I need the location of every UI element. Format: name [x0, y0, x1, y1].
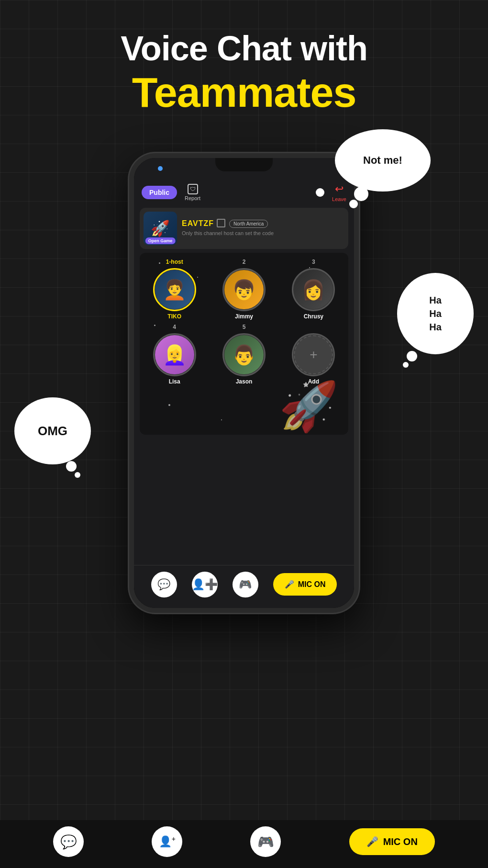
- participant-name-tiko: TIKO: [167, 313, 181, 320]
- participant-slot-2: 2 👦 Jimmy: [211, 259, 277, 320]
- mic-icon: 🎤: [285, 580, 294, 589]
- leave-button[interactable]: ↩ Leave: [332, 183, 346, 202]
- avatar-tiko[interactable]: 🧑‍🦱: [153, 268, 196, 311]
- participant-slot-3: 3 👩 Chrusy: [281, 259, 346, 320]
- participants-grid: 1-host 🧑‍🦱 TIKO 2 👦: [142, 259, 346, 385]
- speech-bubble-haha: HaHaHa: [397, 273, 474, 354]
- status-indicator: [158, 166, 163, 171]
- mic-on-button[interactable]: 🎤 MIC ON: [273, 573, 337, 596]
- slot-number-4: 4: [173, 324, 176, 331]
- participant-slot-1: 1-host 🧑‍🦱 TIKO: [142, 259, 207, 320]
- nav-add-friend-button[interactable]: 👤+: [152, 826, 182, 857]
- participant-name-jimmy: Jimmy: [235, 313, 253, 320]
- nav-chat-button[interactable]: 💬: [53, 826, 84, 857]
- avatar-lisa[interactable]: 👱‍♀️: [153, 333, 196, 376]
- mic-label: MIC ON: [298, 580, 326, 589]
- speech-bubble-not-me: Not me!: [335, 129, 431, 192]
- avatar-image-lisa: 👱‍♀️: [155, 335, 194, 374]
- phone-frame: Public 🛡 Report ↩ Leave 🚀 Open Game: [129, 153, 359, 613]
- game-description: Only this channel host can set the code: [182, 230, 344, 237]
- add-label: Add: [308, 378, 319, 385]
- phone-screen: Public 🛡 Report ↩ Leave 🚀 Open Game: [134, 158, 354, 608]
- avatar-image-tiko: 🧑‍🦱: [155, 270, 194, 309]
- bottom-nav: 💬 👤+ 🎮 🎤 MIC ON: [0, 820, 488, 868]
- avatar-image-jimmy: 👦: [224, 270, 264, 309]
- star-decoration: [168, 404, 170, 406]
- phone-notch: [215, 158, 273, 171]
- phone-body: Public 🛡 Report ↩ Leave 🚀 Open Game: [129, 153, 359, 613]
- participant-name-lisa: Lisa: [169, 378, 180, 385]
- avatar-chrusy[interactable]: 👩: [292, 268, 335, 311]
- background-rocket: 🚀: [279, 378, 339, 435]
- game-rocket-icon: 🚀: [151, 219, 170, 237]
- leave-icon: ↩: [335, 183, 344, 195]
- phone-bottom-toolbar: 💬 👤➕ 🎮 🎤 MIC ON: [134, 565, 354, 608]
- settings-button[interactable]: 🎮: [233, 572, 258, 597]
- report-button[interactable]: 🛡 Report: [185, 184, 200, 201]
- participant-slot-4: 4 👱‍♀️ Lisa: [142, 324, 207, 385]
- participants-area: 🚀 1-host 🧑‍🦱 TIKO 2: [140, 253, 348, 435]
- speech-bubble-omg: OMG: [14, 397, 91, 464]
- hero-title-line1: Voice Chat with: [0, 29, 488, 68]
- region-badge: North America: [229, 220, 268, 228]
- game-info: EAVTZF North America Only this channel h…: [182, 219, 344, 237]
- add-circle: +: [294, 335, 333, 374]
- avatar-jimmy[interactable]: 👦: [222, 268, 266, 311]
- slot-number-2: 2: [243, 259, 246, 266]
- top-bar: Public 🛡 Report ↩ Leave: [134, 179, 354, 206]
- copy-icon[interactable]: [218, 220, 225, 227]
- report-icon: 🛡: [188, 184, 198, 194]
- nav-settings-button[interactable]: 🎮: [250, 826, 281, 857]
- add-participant-button[interactable]: +: [292, 333, 335, 376]
- add-friend-button[interactable]: 👤➕: [192, 572, 218, 597]
- game-title-row: EAVTZF North America: [182, 219, 344, 228]
- participant-name-jason: Jason: [236, 378, 253, 385]
- avatar-image-chrusy: 👩: [294, 270, 333, 309]
- chat-button[interactable]: 💬: [151, 572, 177, 597]
- participant-name-chrusy: Chrusy: [304, 313, 323, 320]
- hero-title: Voice Chat with Teammates: [0, 29, 488, 117]
- star-decoration: [221, 419, 222, 420]
- participant-slot-5: 5 👨 Jason: [211, 324, 277, 385]
- game-card: 🚀 Open Game EAVTZF North America Only th…: [140, 208, 348, 249]
- open-game-badge[interactable]: Open Game: [145, 237, 176, 244]
- avatar-jason[interactable]: 👨: [222, 333, 266, 376]
- game-title: EAVTZF: [182, 219, 214, 228]
- avatar-image-jason: 👨: [224, 335, 264, 374]
- nav-mic-label: MIC ON: [383, 836, 418, 847]
- participant-slot-add: + Add: [281, 324, 346, 385]
- nav-mic-icon: 🎤: [366, 836, 378, 847]
- slot-number-1: 1-host: [166, 259, 183, 266]
- hero-title-line2: Teammates: [0, 68, 488, 117]
- slot-number-5: 5: [243, 324, 246, 331]
- game-thumbnail[interactable]: 🚀 Open Game: [144, 212, 177, 245]
- public-badge[interactable]: Public: [142, 186, 177, 199]
- slot-number-3: 3: [312, 259, 315, 266]
- nav-mic-on-button[interactable]: 🎤 MIC ON: [349, 828, 435, 855]
- profile-dot: [316, 188, 324, 197]
